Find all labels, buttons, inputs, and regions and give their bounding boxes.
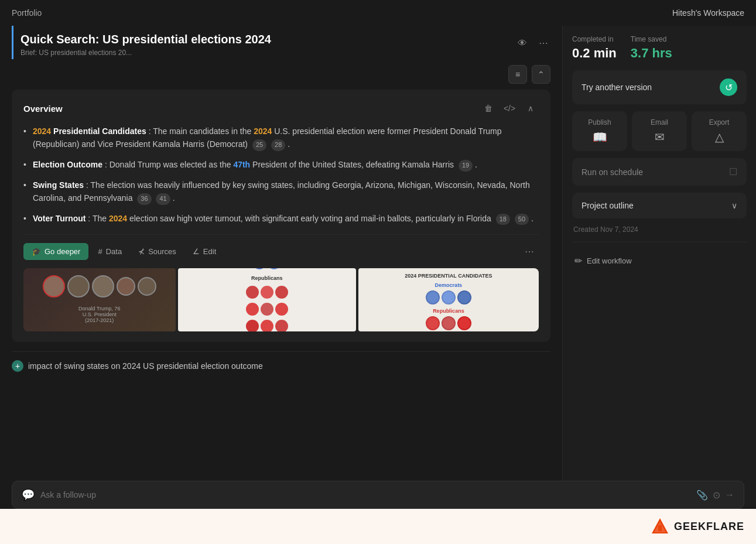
publish-card[interactable]: Publish 📖: [572, 111, 627, 151]
bottom-toolbar: 🎓 Go deeper # Data ⊀ Sources ∠ Edit ⋯: [23, 234, 539, 260]
publish-row: Publish 📖 Email ✉ Export △: [572, 111, 747, 151]
edit-workflow-button[interactable]: ✏ Edit workflow: [572, 251, 747, 271]
article-title-block: Quick Search: US presidential elections …: [20, 33, 271, 57]
bullet-item-1: 2024 Presidential Candidates : The main …: [23, 125, 539, 151]
send-button[interactable]: →: [725, 490, 734, 500]
face-2: [67, 275, 90, 297]
year-2024-1: 2024: [33, 126, 51, 136]
edit-tab-button[interactable]: ∠ Edit: [186, 243, 223, 260]
try-another-icon: ↺: [720, 78, 737, 96]
toolbar-row: ≡ ⌃: [12, 59, 550, 90]
data-label: Data: [106, 247, 122, 256]
try-another-label: Try another version: [581, 83, 652, 92]
year-2024-3: 2024: [109, 214, 127, 223]
badge-25: 25: [252, 139, 266, 151]
time-saved-block: Time saved 3.7 hrs: [631, 35, 672, 61]
eye-button[interactable]: 👁: [515, 36, 529, 51]
stats-row: Completed in 0.2 min Time saved 3.7 hrs: [572, 35, 747, 61]
rep-row-1: [246, 286, 288, 299]
badge-28: 28: [271, 139, 285, 151]
dem-row: [253, 268, 280, 269]
image-2: Democrats Republicans: [178, 268, 356, 331]
svg-rect-2: [658, 525, 662, 531]
image-1: Donald Trump, 76U.S. President(2017-2021…: [23, 268, 176, 331]
edit-icon: ∠: [193, 247, 200, 256]
badge-50: 50: [515, 214, 529, 225]
article-header-icons: 👁 ⋯: [515, 35, 550, 51]
rep-row-3: [246, 320, 288, 332]
image-3: 2024 PRESIDENTIAL CANDIDATES Democrats R…: [358, 268, 539, 331]
data-tab-button[interactable]: # Data: [91, 243, 129, 260]
47th-link[interactable]: 47th: [233, 160, 250, 169]
code-button[interactable]: </>: [501, 100, 518, 117]
schedule-card[interactable]: Run on schedule ☐: [572, 158, 747, 186]
publish-icon: 📖: [593, 130, 607, 144]
content-card-title: Overview: [23, 104, 63, 114]
export-label: Export: [709, 118, 730, 126]
bullet-3-period: .: [173, 193, 175, 203]
more-tabs-button[interactable]: ⋯: [520, 244, 539, 259]
outcome-bold: Election Outcome: [33, 160, 102, 169]
time-saved-label: Time saved: [631, 35, 672, 43]
list-icon-button[interactable]: ≡: [508, 65, 527, 84]
created-date: Created Nov 7, 2024: [572, 225, 747, 234]
outline-label: Project outline: [581, 201, 634, 210]
left-panel: Quick Search: US presidential elections …: [0, 26, 563, 507]
go-deeper-label: Go deeper: [45, 247, 80, 256]
chat-input[interactable]: [40, 490, 690, 499]
go-deeper-button[interactable]: 🎓 Go deeper: [23, 243, 88, 260]
followup-label: impact of swing states on 2024 US presid…: [28, 361, 263, 371]
completed-label: Completed in: [572, 35, 617, 43]
badge-19: 19: [459, 160, 473, 172]
sources-tab-button[interactable]: ⊀ Sources: [131, 243, 183, 260]
face-4: [117, 277, 135, 296]
edit-workflow-label: Edit workflow: [587, 256, 632, 265]
completed-value: 0.2 min: [572, 46, 617, 61]
email-label: Email: [651, 118, 668, 126]
face-1: [43, 275, 65, 297]
bullet-item-4: Voter Turnout : The 2024 election saw hi…: [23, 212, 539, 225]
email-icon: ✉: [655, 130, 665, 144]
content-card-actions: 🗑 </> ∧: [480, 100, 539, 117]
bullet-4-period: .: [531, 214, 533, 223]
bullet-4-text-a: : The: [88, 214, 109, 223]
content-card: Overview 🗑 </> ∧ 2024 Presidential Candi…: [12, 90, 550, 342]
collapse-button[interactable]: ∧: [522, 100, 539, 117]
followup-plus-icon: +: [12, 360, 23, 372]
candidates-bold: Presidential Candidates: [53, 126, 146, 136]
attach-button[interactable]: 📎: [696, 490, 708, 501]
right-panel: Completed in 0.2 min Time saved 3.7 hrs …: [563, 26, 756, 507]
schedule-icon: ☐: [729, 166, 737, 177]
sources-label: Sources: [148, 247, 176, 256]
footer-logo: GEEKFLARE: [651, 517, 744, 536]
year-2024-2: 2024: [254, 126, 272, 136]
cmd-button[interactable]: ⊙: [713, 490, 720, 501]
rep-row-2: [246, 303, 288, 316]
edit-workflow-icon: ✏: [574, 255, 582, 266]
export-card[interactable]: Export △: [692, 111, 747, 151]
footer: GEEKFLARE: [0, 509, 756, 544]
article-header: Quick Search: US presidential elections …: [12, 26, 550, 59]
data-icon: #: [98, 247, 102, 256]
bullet-2-text-a: : Donald Trump was elected as the: [105, 160, 233, 169]
followup-item[interactable]: + impact of swing states on 2024 US pres…: [12, 351, 550, 380]
divider: [572, 242, 747, 242]
completed-in-block: Completed in 0.2 min: [572, 35, 617, 61]
article-subtitle: Brief: US presidential elections 20...: [20, 49, 271, 57]
portfolio-label: Portfolio: [12, 8, 42, 18]
more-button[interactable]: ⋯: [536, 35, 550, 51]
chat-icon: 💬: [22, 488, 35, 501]
bullet-3-text: : The election was heavily influenced by…: [33, 180, 530, 203]
bullet-list: 2024 Presidential Candidates : The main …: [23, 125, 539, 225]
try-another-card[interactable]: Try another version ↺: [572, 70, 747, 104]
email-card[interactable]: Email ✉: [632, 111, 687, 151]
collapse-icon-button[interactable]: ⌃: [532, 65, 550, 84]
export-icon: △: [715, 130, 724, 144]
edit-label: Edit: [203, 247, 216, 256]
topbar: Portfolio Hitesh's Workspace: [0, 0, 756, 26]
bullet-item-3: Swing States : The election was heavily …: [23, 179, 539, 205]
content-card-header: Overview 🗑 </> ∧: [23, 100, 539, 117]
project-outline-card[interactable]: Project outline ∨: [572, 193, 747, 218]
article-title: Quick Search: US presidential elections …: [20, 33, 271, 46]
delete-button[interactable]: 🗑: [480, 100, 497, 117]
